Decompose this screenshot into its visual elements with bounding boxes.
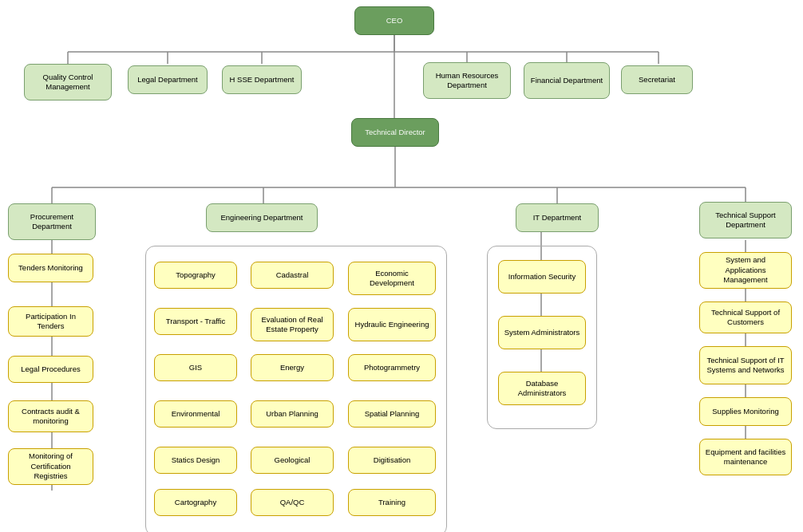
legal-node: Legal Department [128, 65, 208, 94]
procurement-node: Procurement Department [8, 203, 96, 240]
info-security-node: Information Security [498, 260, 586, 294]
engineering-node: Engineering Department [206, 203, 318, 232]
econ-dev-node: Economic Development [348, 262, 436, 295]
transport-node: Transport - Traffic [154, 308, 237, 335]
hr-node: Human Resources Department [423, 62, 511, 99]
sys-admin-node: System Administrators [498, 316, 586, 349]
tech-it-node: Technical Support of IT Systems and Netw… [699, 346, 792, 384]
secretariat-node: Secretariat [621, 65, 693, 94]
org-chart: CEO Quality Control Management Legal Dep… [0, 0, 803, 532]
cadastral-node: Cadastral [251, 262, 334, 289]
qaqc-node: QA/QC [251, 489, 334, 516]
urban-node: Urban Planning [251, 400, 334, 428]
tech-support-node: Technical Support Department [699, 202, 792, 238]
tenders-mon-node: Tenders Monitoring [8, 254, 93, 282]
finance-node: Financial Department [524, 62, 610, 99]
eval-real-node: Evaluation of Real Estate Property [251, 308, 334, 341]
monitoring-cert-node: Monitoring of Certification Registries [8, 448, 93, 485]
cartography-node: Cartography [154, 489, 237, 516]
equipment-node: Equipment and facilities maintenance [699, 439, 792, 475]
db-admin-node: Database Administrators [498, 372, 586, 405]
statics-node: Statics Design [154, 447, 237, 474]
legal-proc-node: Legal Procedures [8, 356, 93, 383]
spatial-node: Spatial Planning [348, 400, 436, 428]
hydraulic-node: Hydraulic Engineering [348, 308, 436, 341]
topography-node: Topography [154, 262, 237, 289]
tech-dir-node: Technical Director [351, 118, 439, 147]
ceo-node: CEO [354, 6, 434, 35]
hsse-node: H SSE Department [222, 65, 302, 94]
energy-node: Energy [251, 354, 334, 381]
gis-node: GIS [154, 354, 237, 381]
photogrammetry-node: Photogrammetry [348, 354, 436, 381]
sys-apps-node: System and Applications Management [699, 252, 792, 289]
environmental-node: Environmental [154, 400, 237, 428]
qcm-node: Quality Control Management [24, 64, 112, 100]
tech-cust-node: Technical Support of Customers [699, 301, 792, 333]
part-tenders-node: Participation In Tenders [8, 306, 93, 337]
contracts-node: Contracts audit & monitoring [8, 400, 93, 432]
geological-node: Geological [251, 447, 334, 474]
supplies-node: Supplies Monitoring [699, 397, 792, 426]
digitisation-node: Digitisation [348, 447, 436, 474]
training-node: Training [348, 489, 436, 516]
it-dept-node: IT Department [516, 203, 599, 232]
